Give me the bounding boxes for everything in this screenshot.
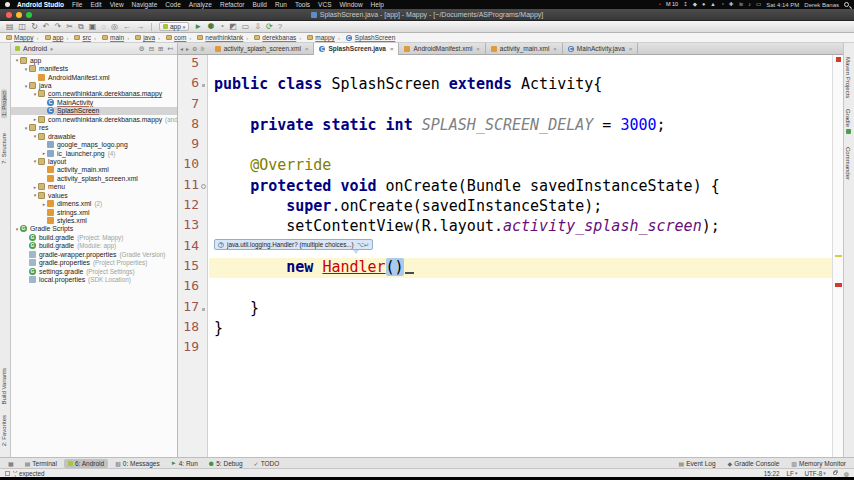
menu-build[interactable]: Build xyxy=(253,1,267,8)
close-icon[interactable]: × xyxy=(629,46,633,52)
warning-icon[interactable]: ▲ xyxy=(710,0,715,9)
menu-app-name[interactable]: Android Studio xyxy=(17,1,64,8)
screen-record-icon[interactable]: ▪ xyxy=(659,0,661,9)
code-pane[interactable]: public class SplashScreen extends Activi… xyxy=(209,55,832,457)
menu-refactor[interactable]: Refactor xyxy=(220,1,245,8)
write-lock-icon[interactable] xyxy=(833,471,837,475)
avd-manager-icon[interactable]: ▭ xyxy=(242,21,250,33)
tree-item-layout[interactable]: ▾layout xyxy=(11,157,177,165)
breadcrumb-mappy[interactable]: mappy› xyxy=(307,34,343,41)
toolwindow-button-toolwindow-toggle[interactable]: ▦ xyxy=(4,459,18,468)
toolwindow-button-maven-projects[interactable]: Maven Projects xyxy=(845,57,851,98)
menu-file[interactable]: File xyxy=(72,1,82,8)
tree-item-settings-gradle[interactable]: Gsettings.gradle(Project Settings) xyxy=(11,267,177,275)
hector-icon[interactable]: ◍ xyxy=(844,470,849,477)
toolwindow-button-run[interactable]: ►4: Run xyxy=(167,459,202,468)
tree-item-build-gradle[interactable]: Gbuild.gradle(Module: app) xyxy=(11,242,177,250)
nav-forward-icon[interactable]: ▸ xyxy=(186,45,189,52)
tree-item-gradle-wrapper-properties[interactable]: gradle-wrapper.properties(Gradle Version… xyxy=(11,250,177,258)
tree-item-build-gradle[interactable]: Gbuild.gradle(Project: Mappy) xyxy=(11,233,177,241)
breadcrumb-src[interactable]: src› xyxy=(74,34,99,41)
tree-item-mainactivity[interactable]: CMainActivity xyxy=(11,98,177,106)
code-line-10[interactable]: @Override xyxy=(209,156,832,176)
paste-icon[interactable]: ▣ xyxy=(89,21,97,33)
tab-androidmanifest-xml[interactable]: AndroidManifest.xml× xyxy=(399,43,485,55)
close-icon[interactable]: × xyxy=(305,46,309,52)
run-configuration-selector[interactable]: app▾ xyxy=(159,22,189,31)
profile-icon[interactable]: ◔ xyxy=(219,21,224,33)
replace-icon[interactable]: ◎ xyxy=(111,21,118,33)
close-window-button[interactable] xyxy=(6,12,12,18)
override-method-icon[interactable] xyxy=(201,184,206,189)
breadcrumb-com[interactable]: com› xyxy=(166,34,194,41)
breadcrumb-derekbanas[interactable]: derekbanas› xyxy=(254,34,304,41)
toolwindow-button-build-variants[interactable]: Build Variants xyxy=(1,368,7,405)
tab-splashscreen-java[interactable]: CSplashScreen.java× xyxy=(314,43,399,55)
settings-gear-icon[interactable]: ⚙ xyxy=(139,45,145,53)
expand-all-icon[interactable]: ⊞ xyxy=(158,45,163,53)
tree-item-com-newthinktank-derekbanas-mappy[interactable]: ▸com.newthinktank.derekbanas.mappy(andro… xyxy=(11,115,177,123)
save-icon[interactable]: ◫ xyxy=(19,21,27,33)
wifi-icon[interactable]: ≋ xyxy=(739,0,744,9)
toolwindow-button-gradle-console[interactable]: ◆Gradle Console xyxy=(724,459,784,468)
find-icon[interactable]: ◌ xyxy=(101,21,106,33)
tree-item-dimens-xml[interactable]: ▸dimens.xml(2) xyxy=(11,199,177,207)
breadcrumb-newthinktank[interactable]: newthinktank› xyxy=(197,34,251,41)
tree-item-app[interactable]: ▾app xyxy=(11,56,177,64)
code-line-6[interactable]: public class SplashScreen extends Activi… xyxy=(209,75,832,95)
toolwindow-button-gradle[interactable]: Gradle xyxy=(845,109,851,136)
tab-activity-splash-screen-xml[interactable]: activity_splash_screen.xml× xyxy=(210,43,315,55)
sdk-manager-icon[interactable]: ⇩ xyxy=(254,21,261,33)
debug-icon[interactable]: ⚈ xyxy=(207,21,214,33)
intention-hint-popup[interactable]: ? java.util.logging.Handler? (multiple c… xyxy=(214,239,373,250)
menu-window[interactable]: Window xyxy=(339,1,362,8)
error-stripe[interactable] xyxy=(832,55,843,457)
tree-item-com-newthinktank-derekbanas-mappy[interactable]: ▾com.newthinktank.derekbanas.mappy xyxy=(11,90,177,98)
breadcrumb-main[interactable]: main› xyxy=(102,34,132,41)
breadcrumb-mappy[interactable]: Mappy› xyxy=(6,34,42,41)
close-icon[interactable]: × xyxy=(390,46,394,52)
parallels-badge[interactable]: M 10 xyxy=(666,0,678,9)
toolwindow-button-7-structure[interactable]: 7: Structure xyxy=(1,133,7,164)
zoom-window-button[interactable] xyxy=(26,12,32,18)
eject-icon[interactable]: ↥ xyxy=(683,0,688,9)
undo-icon[interactable]: ↶ xyxy=(43,21,50,33)
tree-item-drawable[interactable]: ▾drawable xyxy=(11,132,177,140)
code-line-13[interactable]: setContentView(R.layout.activity_splash_… xyxy=(209,217,832,237)
code-line-9[interactable] xyxy=(209,136,832,156)
error-mark[interactable] xyxy=(835,283,842,287)
toolwindow-button-1-project[interactable]: 1: Project xyxy=(1,89,7,118)
tree-item-java[interactable]: ▾java xyxy=(11,81,177,89)
gradle-sync-icon[interactable]: ⟳ xyxy=(266,21,273,33)
close-icon[interactable]: × xyxy=(476,46,480,52)
breadcrumb-splashscreen[interactable]: CSplashScreen xyxy=(346,34,395,41)
project-view-selector[interactable]: Android xyxy=(23,45,47,52)
run-icon[interactable]: ► xyxy=(194,21,202,33)
copy-icon[interactable]: ⧉ xyxy=(78,21,84,33)
toolwindow-button-commander[interactable]: Commander xyxy=(845,147,851,180)
volume-icon[interactable]: ♪ xyxy=(748,0,751,9)
menu-analyze[interactable]: Analyze xyxy=(189,1,212,8)
tree-item-google-maps-logo-png[interactable]: google_maps_logo.png xyxy=(11,140,177,148)
cut-icon[interactable]: ✂ xyxy=(66,21,73,33)
redo-icon[interactable]: ↷ xyxy=(55,21,62,33)
code-line-12[interactable]: super.onCreate(savedInstanceState); xyxy=(209,197,832,217)
toolwindow-button-todo[interactable]: ✓TODO xyxy=(250,459,284,468)
code-line-5[interactable] xyxy=(209,55,832,75)
menu-view[interactable]: View xyxy=(110,1,124,8)
code-line-15[interactable]: new Handler() xyxy=(209,258,832,278)
error-mark[interactable] xyxy=(836,57,841,62)
help-icon[interactable]: ? xyxy=(278,21,282,33)
tree-item-values[interactable]: ▾values xyxy=(11,191,177,199)
hide-panel-icon[interactable]: ↤ xyxy=(168,45,173,53)
line-ending-selector[interactable]: LF▾ xyxy=(787,470,798,477)
coverage-icon[interactable]: ◩ xyxy=(229,21,237,33)
tree-item-ic-launcher-png[interactable]: ▸ic_launcher.png(4) xyxy=(11,149,177,157)
code-line-19[interactable] xyxy=(209,339,832,359)
shield-icon[interactable]: ◆ xyxy=(693,0,697,9)
menubar-user[interactable]: Derek Banas xyxy=(804,2,839,8)
toolwindow-button-terminal[interactable]: ▤Terminal xyxy=(21,459,61,468)
tree-item-splashscreen[interactable]: CSplashScreen xyxy=(11,107,177,115)
tab-mainactivity-java[interactable]: CMainActivity.java× xyxy=(563,43,638,55)
code-line-16[interactable] xyxy=(209,278,832,298)
